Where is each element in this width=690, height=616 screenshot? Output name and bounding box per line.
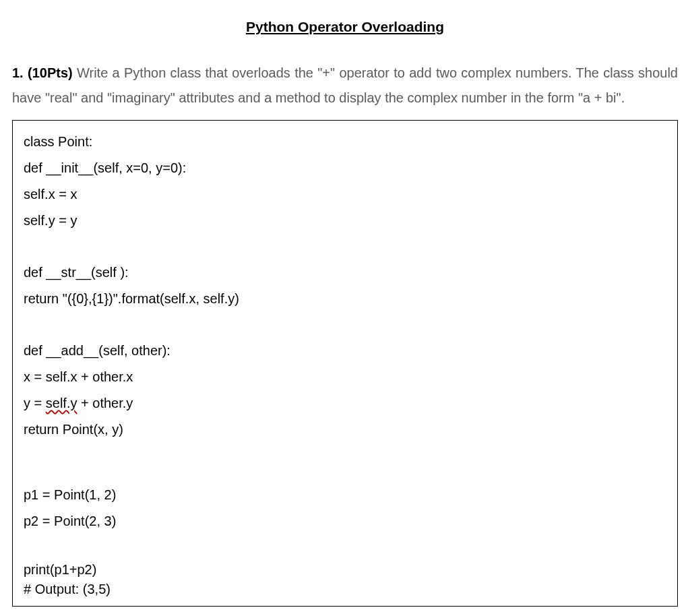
code-line: class Point:	[24, 129, 666, 155]
code-line: print(p1+p2)	[24, 560, 666, 580]
code-line: p1 = Point(1, 2)	[24, 482, 666, 508]
code-line: self.x = x	[24, 181, 666, 208]
page-title: Python Operator Overloading	[12, 19, 678, 35]
code-line: return Point(x, y)	[24, 417, 666, 443]
code-line: p2 = Point(2, 3)	[24, 508, 666, 534]
code-line: y = self.y + other.y	[24, 390, 666, 417]
code-squiggle: self.y	[46, 396, 77, 410]
question-text: 1. (10Pts) Write a Python class that ove…	[12, 61, 678, 111]
question-form-text: "a + bi"	[578, 90, 621, 105]
code-blank	[24, 443, 666, 468]
code-text: y =	[24, 396, 46, 410]
code-block: class Point: def __init__(self, x=0, y=0…	[12, 120, 678, 607]
code-blank	[24, 234, 666, 259]
code-line: self.y = y	[24, 208, 666, 234]
code-text: + other.y	[77, 396, 133, 410]
code-line: def __init__(self, x=0, y=0):	[24, 155, 666, 181]
question-number: 1. (10Pts)	[12, 65, 73, 80]
code-line: def __str__(self ):	[24, 259, 666, 286]
code-line: x = self.x + other.x	[24, 364, 666, 390]
code-blank	[24, 534, 666, 560]
code-line: # Output: (3,5)	[24, 580, 666, 599]
code-blank	[24, 312, 666, 338]
code-line: def __add__(self, other):	[24, 338, 666, 364]
question-prompt-end: .	[621, 90, 625, 105]
code-line: return "({0},{1})".format(self.x, self.y…	[24, 286, 666, 312]
code-blank	[24, 468, 666, 482]
